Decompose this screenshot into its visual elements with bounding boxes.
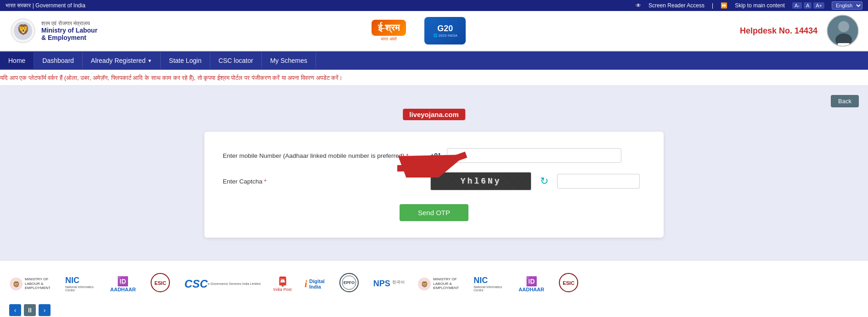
carousel-pause-button[interactable]: ⏸ bbox=[24, 304, 36, 316]
phone-prefix: +91 bbox=[430, 152, 441, 159]
font-increase-button[interactable]: A+ bbox=[813, 2, 824, 9]
watermark-badge: liveyojana.com bbox=[403, 109, 465, 120]
refresh-icon: ↻ bbox=[540, 175, 548, 187]
carousel-prev-button[interactable]: ‹ bbox=[9, 304, 21, 316]
form-card: Enter mobile Number (Aadhaar linked mobi… bbox=[204, 132, 664, 238]
svg-text:ESIC: ESIC bbox=[154, 280, 166, 286]
logo-digital-india-1: i Digital India bbox=[304, 278, 325, 290]
svg-text:🦁: 🦁 bbox=[13, 281, 20, 288]
carousel-controls: ‹ ⏸ › bbox=[9, 304, 859, 316]
nav-csc-locator[interactable]: CSC locator bbox=[210, 52, 262, 69]
nav-home[interactable]: Home bbox=[0, 52, 34, 69]
svg-point-4 bbox=[838, 21, 849, 32]
footer: 🦁 MINISTRY OF LABOUR & EMPLOYMENT NIC Na… bbox=[0, 260, 868, 317]
nav-state-login[interactable]: State Login bbox=[161, 52, 210, 69]
logo-nic-2: NIC National Informatics Centre bbox=[473, 276, 506, 292]
font-size-controls: A- A A+ bbox=[792, 2, 824, 9]
nav-dashboard-label: Dashboard bbox=[42, 57, 74, 64]
captcha-input[interactable] bbox=[557, 174, 640, 189]
marquee-text: यदि आप एक प्लेटफॉर्म वर्कर हैं (ओला, उबर… bbox=[0, 74, 343, 82]
nav-home-label: Home bbox=[8, 57, 25, 64]
header-right: Helpdesk No. 14434 bbox=[740, 15, 859, 47]
skip-main-content-link[interactable]: Skip to main content bbox=[735, 2, 785, 9]
carousel-next-button[interactable]: › bbox=[39, 304, 51, 316]
mobile-label: Enter mobile Number (Aadhaar linked mobi… bbox=[223, 152, 425, 159]
skip-separator: | bbox=[712, 2, 713, 9]
captcha-label: Enter Captcha * bbox=[223, 178, 425, 185]
mobile-number-row: Enter mobile Number (Aadhaar linked mobi… bbox=[223, 148, 645, 163]
ministry-line2: & Employment bbox=[41, 34, 97, 41]
skip-icon: ⏩ bbox=[721, 2, 727, 9]
gov-label: भारत सरकार | Government of India bbox=[6, 2, 85, 9]
logo-esic-1: ESIC bbox=[149, 273, 172, 295]
nav-my-schemes[interactable]: My Schemes bbox=[262, 52, 316, 69]
eshram-sublabel: भारत अपारे bbox=[372, 37, 406, 42]
logo-aadhaar-2: 🆔 AADHAAR bbox=[519, 276, 544, 292]
logo-strip: 🦁 MINISTRY OF LABOUR & EMPLOYMENT NIC Na… bbox=[9, 268, 859, 300]
svg-text:🦁: 🦁 bbox=[17, 23, 29, 36]
main-content: Back liveyojana.com Enter mobile Number … bbox=[0, 86, 868, 260]
logo-esic-2: ESIC bbox=[557, 273, 580, 295]
logo-csc-1: CSC e-Governance Services India Limited bbox=[185, 278, 260, 290]
logo-india-post-1: 📮 India Post bbox=[273, 276, 292, 292]
captcha-label-text: Enter Captcha bbox=[223, 178, 262, 185]
send-otp-button[interactable]: Send OTP bbox=[400, 204, 468, 221]
back-button[interactable]: Back bbox=[831, 95, 859, 107]
g20-logo: G20 🌐 2023 INDIA bbox=[424, 17, 466, 44]
svg-rect-6 bbox=[838, 43, 850, 47]
nav-dashboard[interactable]: Dashboard bbox=[34, 52, 83, 69]
pm-photo bbox=[827, 15, 859, 47]
font-decrease-button[interactable]: A- bbox=[792, 2, 802, 9]
font-normal-button[interactable]: A bbox=[804, 2, 812, 9]
nav-state-login-label: State Login bbox=[169, 57, 202, 64]
header: 🦁 श्रम एवं रोजगार मंत्रालय Ministry of L… bbox=[0, 11, 868, 51]
svg-text:🦁: 🦁 bbox=[421, 281, 428, 288]
top-bar: भारत सरकार | Government of India 👁 Scree… bbox=[0, 0, 868, 11]
captcha-refresh-button[interactable]: ↻ bbox=[537, 174, 552, 189]
header-center-logos: ई-श्रम भारत अपारे G20 🌐 2023 INDIA bbox=[97, 17, 740, 44]
logo-mol-1: 🦁 MINISTRY OF LABOUR & EMPLOYMENT bbox=[9, 277, 52, 291]
nav-already-registered[interactable]: Already Registered ▼ bbox=[83, 52, 161, 69]
dropdown-icon: ▼ bbox=[147, 58, 152, 63]
main-navigation: Home Dashboard Already Registered ▼ Stat… bbox=[0, 51, 868, 70]
captcha-required-star: * bbox=[264, 178, 266, 185]
helpdesk-number: Helpdesk No. 14434 bbox=[740, 26, 817, 36]
logo-epfo-1: EPFO bbox=[338, 273, 361, 295]
eshram-logo-block: ई-श्रम भारत अपारे bbox=[372, 20, 406, 42]
nav-my-schemes-label: My Schemes bbox=[270, 57, 307, 64]
logo-aadhaar-1: 🆔 AADHAAR bbox=[110, 276, 136, 292]
svg-text:ESIC: ESIC bbox=[563, 280, 575, 286]
mobile-label-text: Enter mobile Number (Aadhaar linked mobi… bbox=[223, 152, 404, 159]
captcha-image: Yhl6Ny bbox=[430, 172, 531, 190]
logo-nic-1: NIC National Informatics Centre bbox=[65, 276, 97, 292]
mobile-required-star: * bbox=[406, 152, 408, 159]
screen-reader-icon: 👁 bbox=[636, 2, 641, 9]
india-emblem-icon: 🦁 bbox=[9, 17, 37, 44]
mobile-number-input[interactable] bbox=[447, 148, 621, 163]
ministry-title: श्रम एवं रोजगार मंत्रालय Ministry of Lab… bbox=[41, 20, 97, 41]
logo-mol-2: 🦁 MINISTRY OF LABOUR & EMPLOYMENT bbox=[417, 277, 461, 291]
ministry-logo: 🦁 श्रम एवं रोजगार मंत्रालय Ministry of L… bbox=[9, 17, 97, 44]
svg-text:EPFO: EPFO bbox=[344, 280, 355, 285]
language-select[interactable]: English हिन्दी bbox=[832, 1, 862, 10]
captcha-row: Enter Captcha * Yhl6Ny ↻ bbox=[223, 172, 645, 190]
ministry-hindi: श्रम एवं रोजगार मंत्रालय bbox=[41, 20, 97, 27]
gov-of-india-text: भारत सरकार | Government of India bbox=[6, 2, 85, 9]
captcha-text-display: Yhl6Ny bbox=[461, 177, 502, 186]
screen-reader-link[interactable]: Screen Reader Access bbox=[648, 2, 705, 9]
logo-nps-1: NPS 한국어 bbox=[373, 279, 405, 289]
ministry-line1: Ministry of Labour bbox=[41, 27, 97, 34]
eshram-label: ई-श्रम bbox=[378, 22, 400, 33]
nav-already-registered-label: Already Registered bbox=[91, 57, 146, 64]
marquee-bar: यदि आप एक प्लेटफॉर्म वर्कर हैं (ओला, उबर… bbox=[0, 70, 868, 86]
top-bar-right: 👁 Screen Reader Access | ⏩ Skip to main … bbox=[636, 1, 862, 10]
nav-csc-locator-label: CSC locator bbox=[219, 57, 253, 64]
send-otp-row: Send OTP bbox=[223, 200, 645, 221]
